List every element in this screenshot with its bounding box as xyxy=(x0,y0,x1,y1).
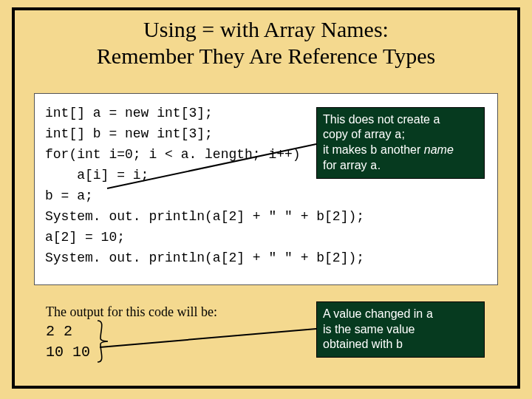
callout2-line1: A value changed in a xyxy=(323,307,478,322)
callout-value-change: A value changed in a is the same value o… xyxy=(316,301,485,358)
output-block: The output for this code will be: 2 2 10… xyxy=(46,304,217,363)
callout2-line2: is the same value xyxy=(323,322,478,337)
code-line-7: a[2] = 10; xyxy=(45,227,487,248)
code-line-8: System. out. println(a[2] + " " + b[2]); xyxy=(45,248,487,268)
output-line-1: 2 2 xyxy=(46,321,217,342)
callout2-line3: obtained with b xyxy=(323,337,478,352)
callout1-line4: for array a. xyxy=(323,158,478,174)
callout1-line3: it makes b another name xyxy=(323,143,478,158)
callout1-line1: This does not create a xyxy=(323,112,478,127)
code-line-6: System. out. println(a[2] + " " + b[2]); xyxy=(45,206,487,227)
title-line-2: Remember They Are Reference Types xyxy=(97,44,435,68)
code-line-5: b = a; xyxy=(45,185,487,206)
callout1-line2: copy of array a; xyxy=(323,127,478,143)
title-line-1: Using = with Array Names: xyxy=(143,17,389,41)
slide-title: Using = with Array Names: Remember They … xyxy=(15,16,517,69)
output-line-2: 10 10 xyxy=(46,342,217,363)
output-label: The output for this code will be: xyxy=(46,304,217,320)
callout-reference: This does not create a copy of array a; … xyxy=(316,107,485,179)
